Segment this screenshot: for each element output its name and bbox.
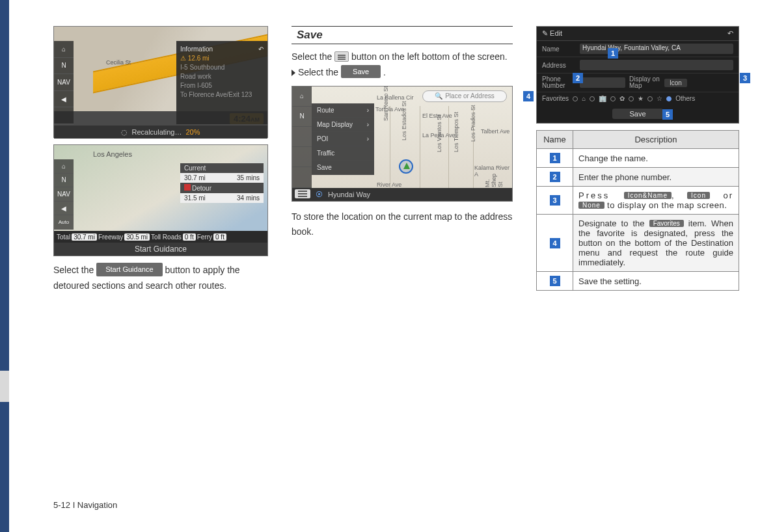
phone-field[interactable]: [580, 77, 625, 88]
table-row: 1 Change the name.: [537, 149, 739, 168]
location-footer: ⦿ Hyundai Way: [292, 188, 512, 201]
menu-save[interactable]: Save: [312, 161, 374, 175]
fav-radio-3[interactable]: [610, 96, 616, 101]
street-label: Cecilia St: [106, 59, 131, 66]
page-content: Cecilia St 4:24AM ⌂ N NAV ◀ Information …: [9, 0, 760, 532]
table-row: 2 Enter the phone number.: [537, 168, 739, 187]
map-menu: Route› Map Display› POI› Traffic Save: [312, 103, 374, 175]
volume-icon[interactable]: ◀: [54, 91, 74, 108]
left-margin-rail: [0, 0, 9, 532]
page-footer: 5-12 I Navigation: [53, 500, 117, 510]
description-table: Name Description 1 Change the name. 2 En…: [536, 130, 739, 291]
icon-button[interactable]: Icon: [687, 192, 710, 199]
fav-radio-home[interactable]: [573, 96, 578, 101]
home-icon[interactable]: ⌂: [54, 159, 74, 174]
table-header-desc: Description: [573, 131, 739, 149]
nav-icon[interactable]: NAV: [54, 74, 74, 91]
extra-icon[interactable]: [292, 167, 312, 187]
menu-map-display[interactable]: Map Display›: [312, 118, 374, 132]
screenshot-save-menu: La Ballena Cir Tortola Ave San Remo St L…: [292, 86, 513, 202]
callout-3: 3: [740, 73, 750, 83]
menu-traffic[interactable]: Traffic: [312, 146, 374, 161]
north-icon[interactable]: N: [54, 58, 74, 75]
callout-5: 5: [662, 109, 673, 120]
table-row: 5 Save the setting.: [537, 272, 739, 291]
recalculating-bar: ◌ Recalculating… 20%: [54, 126, 267, 139]
callout-4: 4: [523, 91, 534, 101]
column-2: Save Select the button on the left botto…: [292, 26, 513, 240]
volume-icon[interactable]: ◀: [54, 202, 74, 216]
none-button[interactable]: None: [578, 202, 604, 209]
route-stats-bar: Total30.7 mi Freeway30.5 mi Toll Roads0 …: [54, 231, 267, 243]
menu-route[interactable]: Route›: [312, 103, 374, 118]
save-button[interactable]: Save: [341, 65, 381, 79]
section-title-save: Save: [297, 29, 323, 41]
north-icon[interactable]: N: [292, 107, 312, 127]
address-field[interactable]: [580, 60, 733, 70]
column-3: ✎ Edit ↶ Name Hyundai Way, Fountain Vall…: [536, 26, 751, 291]
callout-1: 1: [608, 48, 618, 59]
back-icon[interactable]: ↶: [258, 46, 264, 53]
table-row: 4 Designate to the Favorites item. When …: [537, 215, 739, 272]
icon-and-name-button[interactable]: Icon&Name: [624, 192, 672, 199]
extra-icon[interactable]: [292, 147, 312, 167]
col2-paragraph-2: To store the location on the current map…: [292, 209, 513, 241]
screenshot-recalculating: Cecilia St 4:24AM ⌂ N NAV ◀ Information …: [53, 26, 268, 138]
callout-2: 2: [573, 73, 583, 83]
favorites-button[interactable]: Favorites: [649, 220, 684, 227]
col1-paragraph: Select the Start Guidance button to appl…: [53, 263, 268, 294]
menu-poi[interactable]: POI›: [312, 132, 374, 146]
extra-icon[interactable]: [292, 127, 312, 147]
fav-radio-others[interactable]: [666, 96, 672, 101]
favorites-row: Favorites ⌂ 🏢 ✿ ★ ☆ Others: [537, 92, 739, 105]
menu-icon[interactable]: [334, 51, 349, 62]
search-field[interactable]: 🔍 Place or Address: [422, 90, 507, 102]
save-button[interactable]: Save: [612, 109, 662, 119]
screenshot-start-guidance: Los Angeles 3:16PM ⌂ N NAV ◀ Auto Curren…: [53, 144, 268, 256]
home-icon[interactable]: ⌂: [292, 86, 312, 107]
start-guidance-bar[interactable]: Start Guidance: [54, 243, 267, 256]
back-icon[interactable]: ↶: [727, 29, 733, 38]
fav-radio-5[interactable]: [647, 96, 653, 101]
city-label: Los Angeles: [93, 150, 132, 158]
north-icon[interactable]: N: [54, 174, 74, 188]
info-panel: Information ↶ ⚠ 12.6 mi I-5 Southbound R…: [176, 41, 267, 124]
search-icon: 🔍: [435, 92, 442, 100]
extra-icon[interactable]: [54, 107, 74, 124]
auto-icon[interactable]: Auto: [54, 215, 74, 230]
current-location-icon: [399, 159, 413, 174]
col2-paragraph-1: Select the button on the left bottom of …: [292, 49, 513, 81]
pin-icon: ⦿: [316, 191, 323, 198]
start-guidance-button[interactable]: Start Guidance: [96, 263, 162, 276]
nav-icon[interactable]: NAV: [54, 187, 74, 202]
screenshot-edit-favorite: ✎ Edit ↶ Name Hyundai Way, Fountain Vall…: [536, 26, 739, 124]
table-header-name: Name: [537, 131, 573, 149]
route-compare-panel: Current 30.7 mi35 mins Detour 31.5 mi34 …: [180, 163, 264, 203]
home-icon[interactable]: ⌂: [54, 41, 74, 58]
menu-icon[interactable]: [295, 189, 310, 198]
name-field[interactable]: Hyundai Way, Fountain Valley, CA: [580, 44, 733, 54]
fav-radio-4[interactable]: [629, 96, 634, 101]
column-1: Cecilia St 4:24AM ⌂ N NAV ◀ Information …: [53, 26, 268, 294]
display-icon-button[interactable]: Icon: [664, 79, 687, 87]
table-row: 3 Press Icon&Name, Icon or None to displ…: [537, 187, 739, 215]
fav-radio-office[interactable]: [590, 96, 595, 101]
